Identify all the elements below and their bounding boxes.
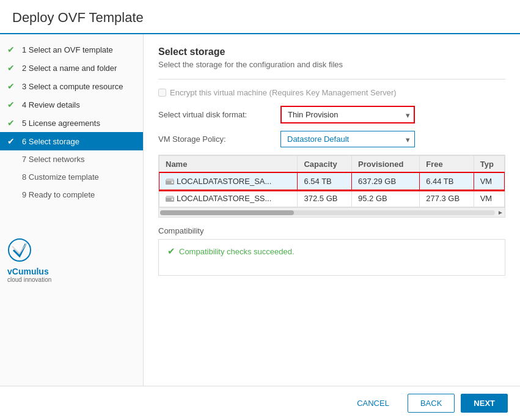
- svg-point-6: [172, 198, 174, 200]
- sidebar-item-step3[interactable]: ✔ 3 Select a compute resource: [0, 77, 143, 95]
- sidebar-label-step2: 2 Select a name and folder: [22, 64, 117, 73]
- encrypt-label: Encrypt this virtual machine (Requires K…: [170, 88, 397, 97]
- check-icon-step3: ✔: [7, 81, 17, 91]
- content-area: ✔ 1 Select an OVF template ✔ 2 Select a …: [0, 34, 520, 386]
- cell-provisioned: 95.2 GB: [351, 190, 419, 207]
- storage-policy-select-wrapper: Datastore Default: [280, 131, 415, 147]
- sidebar-label-step7: 7 Select networks: [22, 155, 85, 164]
- logo-area: vCumulus cloud innovation: [0, 228, 143, 293]
- check-icon-step4: ✔: [7, 100, 17, 109]
- svg-point-3: [172, 181, 174, 183]
- sidebar-item-step9[interactable]: 9 Ready to complete: [0, 186, 143, 204]
- sidebar-item-step4[interactable]: ✔ 4 Review details: [0, 95, 143, 114]
- main-panel: Select storage Select the storage for th…: [144, 34, 520, 386]
- col-type: Typ: [474, 156, 504, 173]
- table-row[interactable]: LOCALDATASTORE_SS... 372.5 GB 95.2 GB 27…: [159, 190, 505, 207]
- compatibility-status: ✔ Compatibility checks succeeded.: [167, 246, 496, 257]
- cell-name: LOCALDATASTORE_SS...: [159, 190, 298, 207]
- encrypt-row: Encrypt this virtual machine (Requires K…: [158, 88, 505, 97]
- main-container: Deploy OVF Template ✔ 1 Select an OVF te…: [0, 0, 520, 420]
- panel-divider: [158, 79, 505, 79]
- vcumulus-logo-icon: [7, 238, 32, 262]
- cell-capacity: 372.5 GB: [298, 190, 352, 207]
- sidebar-item-step8[interactable]: 8 Customize template: [0, 168, 143, 186]
- back-button[interactable]: BACK: [408, 394, 455, 413]
- storage-policy-row: VM Storage Policy: Datastore Default: [158, 131, 505, 147]
- check-icon-step2: ✔: [7, 63, 17, 73]
- compatibility-box: ✔ Compatibility checks succeeded.: [158, 239, 505, 276]
- next-button[interactable]: NEXT: [461, 394, 508, 413]
- sidebar-item-step2[interactable]: ✔ 2 Select a name and folder: [0, 59, 143, 77]
- cell-provisioned: 637.29 GB: [351, 173, 419, 190]
- scroll-right-btn[interactable]: ►: [497, 209, 504, 216]
- disk-format-row: Select virtual disk format: Thin Provisi…: [158, 106, 505, 123]
- compat-check-icon: ✔: [167, 246, 175, 257]
- sidebar-label-step4: 4 Review details: [22, 100, 80, 109]
- storage-policy-control: Datastore Default: [280, 131, 505, 147]
- disk-format-label: Select virtual disk format:: [158, 110, 280, 119]
- compatibility-label: Compatibility: [158, 226, 505, 235]
- panel-title: Select storage: [158, 46, 505, 57]
- check-icon-step5: ✔: [7, 118, 17, 128]
- svg-rect-2: [166, 179, 174, 181]
- horizontal-scrollbar[interactable]: ►: [158, 208, 505, 218]
- page-title: Deploy OVF Template: [12, 10, 508, 26]
- logo-tagline: cloud innovation: [7, 276, 136, 283]
- table-row[interactable]: LOCALDATASTORE_SA... 6.54 TB 637.29 GB 6…: [159, 173, 505, 190]
- check-icon-step6: ✔: [7, 136, 17, 146]
- cell-type: VM: [474, 190, 504, 207]
- datastore-icon: [166, 196, 174, 203]
- disk-format-select-wrapper: Thin Provision Thick Provision Lazy Zero…: [280, 106, 415, 123]
- sidebar: ✔ 1 Select an OVF template ✔ 2 Select a …: [0, 34, 144, 386]
- table-header-row: Name Capacity Provisioned Free Typ: [159, 156, 505, 173]
- cell-free: 277.3 GB: [420, 190, 474, 207]
- compatibility-text: Compatibility checks succeeded.: [179, 247, 295, 256]
- panel-subtitle: Select the storage for the configuration…: [158, 60, 505, 69]
- col-name: Name: [159, 156, 298, 173]
- sidebar-label-step5: 5 License agreements: [22, 119, 100, 128]
- logo-name: vCumulus: [7, 267, 136, 276]
- scrollbar-track: [160, 210, 495, 215]
- col-provisioned: Provisioned: [351, 156, 419, 173]
- sidebar-label-step6: 6 Select storage: [22, 137, 79, 146]
- sidebar-item-step6[interactable]: ✔ 6 Select storage: [0, 132, 143, 150]
- sidebar-label-step9: 9 Ready to complete: [22, 190, 95, 199]
- cell-free: 6.44 TB: [420, 173, 474, 190]
- title-bar: Deploy OVF Template: [0, 0, 520, 34]
- svg-rect-5: [166, 196, 174, 198]
- sidebar-item-step5[interactable]: ✔ 5 License agreements: [0, 114, 143, 132]
- storage-policy-label: VM Storage Policy:: [158, 134, 280, 144]
- cell-type: VM: [474, 173, 504, 190]
- compatibility-section: Compatibility ✔ Compatibility checks suc…: [158, 226, 505, 276]
- sidebar-label-step8: 8 Customize template: [22, 172, 99, 182]
- storage-table-container: Name Capacity Provisioned Free Typ: [158, 155, 505, 208]
- storage-policy-select[interactable]: Datastore Default: [280, 131, 415, 147]
- footer: CANCEL BACK NEXT: [0, 386, 520, 420]
- storage-table: Name Capacity Provisioned Free Typ: [159, 155, 505, 207]
- sidebar-item-step1[interactable]: ✔ 1 Select an OVF template: [0, 40, 143, 59]
- cell-name: LOCALDATASTORE_SA...: [159, 173, 298, 190]
- encrypt-checkbox[interactable]: [158, 89, 166, 97]
- check-icon-step1: ✔: [7, 45, 17, 54]
- disk-format-control: Thin Provision Thick Provision Lazy Zero…: [280, 106, 505, 123]
- cell-capacity: 6.54 TB: [298, 173, 352, 190]
- disk-format-select[interactable]: Thin Provision Thick Provision Lazy Zero…: [280, 106, 415, 123]
- datastore-icon: [166, 179, 174, 186]
- col-free: Free: [420, 156, 474, 173]
- svg-point-0: [9, 239, 31, 261]
- sidebar-label-step3: 3 Select a compute resource: [22, 82, 123, 91]
- col-capacity: Capacity: [298, 156, 352, 173]
- sidebar-item-step7[interactable]: 7 Select networks: [0, 150, 143, 168]
- scrollbar-thumb: [160, 210, 294, 215]
- sidebar-label-step1: 1 Select an OVF template: [22, 45, 113, 54]
- cancel-button[interactable]: CANCEL: [345, 394, 401, 412]
